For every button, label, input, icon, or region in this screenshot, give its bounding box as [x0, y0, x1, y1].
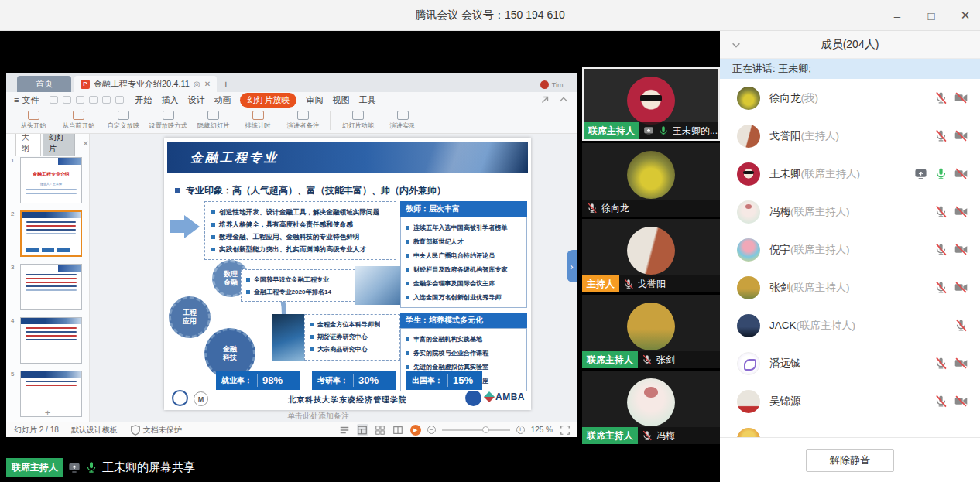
minimize-button[interactable]: – [890, 9, 904, 22]
video-tile-xuxianglong[interactable]: 徐向龙 [582, 143, 720, 217]
camera-off-icon[interactable] [954, 357, 968, 370]
notes-placeholder[interactable]: 单击此处添加备注 [287, 411, 349, 422]
save-icon[interactable] [63, 96, 71, 104]
speaker-notes-button[interactable]: 演讲者备注 [280, 111, 325, 131]
open-icon[interactable] [50, 96, 58, 104]
camera-off-icon[interactable] [954, 395, 968, 408]
menu-design[interactable]: 设计 [187, 94, 204, 106]
mic-muted-icon[interactable] [934, 357, 947, 370]
print-preview-icon[interactable] [89, 96, 98, 104]
custom-show-button[interactable]: 自定义放映 [101, 111, 146, 131]
menu-file[interactable]: ≡ 文件 [14, 94, 39, 106]
mic-muted-icon[interactable] [954, 319, 968, 332]
mic-muted-icon[interactable] [934, 243, 947, 256]
mic-muted-icon[interactable] [934, 281, 947, 294]
mic-muted-icon[interactable] [934, 205, 947, 218]
member-name: 冯梅 [769, 205, 790, 219]
zoom-out-button[interactable]: − [427, 426, 436, 434]
setup-show-button[interactable]: 设置放映方式 [146, 111, 190, 131]
thumbnail-content [26, 339, 77, 340]
menu-insert[interactable]: 插入 [161, 94, 178, 106]
hide-slide-button[interactable]: 隐藏幻灯片 [190, 111, 235, 131]
camera-off-icon[interactable] [954, 243, 968, 256]
play-from-beginning-button[interactable]: 从头开始 [11, 111, 56, 131]
menu-animation[interactable]: 动画 [214, 94, 231, 106]
menu-home[interactable]: 开始 [135, 94, 152, 106]
menu-tools[interactable]: 工具 [358, 94, 375, 106]
pin-tab-icon[interactable]: ◎ [194, 80, 200, 88]
camera-off-icon[interactable] [954, 129, 968, 142]
zoom-in-button[interactable]: + [516, 426, 525, 434]
slideshow-play-button[interactable]: ▶ [410, 425, 421, 436]
member-row[interactable]: 徐向龙(我) [720, 79, 980, 117]
menu-slideshow[interactable]: 幻灯片放映 [240, 93, 296, 108]
design-template[interactable]: 默认设计模板 [71, 425, 118, 436]
hide-slide-icon [207, 111, 219, 120]
wps-document-tab[interactable]: P 金融工程专业介绍20.4.11 ◎ ✕ [74, 76, 217, 92]
camera-off-icon[interactable] [954, 167, 968, 180]
member-row[interactable]: 戈誉阳(主持人) [720, 117, 980, 155]
zoom-slider-handle[interactable] [482, 426, 489, 433]
close-panel-icon[interactable]: ✕ [83, 139, 89, 148]
slide-thumbnail-3[interactable] [20, 264, 82, 310]
wps-account[interactable]: Tim... [540, 80, 569, 89]
member-row-partial[interactable] [720, 420, 980, 437]
members-title: 成员(204人) [720, 38, 980, 52]
print-icon[interactable] [76, 96, 84, 104]
collapse-panel-icon[interactable] [731, 39, 742, 50]
menu-review[interactable]: 审阅 [306, 94, 323, 106]
mic-muted-icon[interactable] [934, 395, 947, 408]
lecture-record-button[interactable]: 演讲实录 [380, 111, 425, 131]
redo-icon[interactable] [115, 96, 124, 104]
panel-expander-arrow[interactable]: › [567, 250, 577, 282]
member-row[interactable]: 张剑(联席主持人) [720, 268, 980, 306]
collapse-ribbon-icon[interactable] [558, 94, 569, 105]
notes-toggle-icon[interactable] [339, 424, 351, 436]
wps-home-tab[interactable]: 首页 [17, 76, 71, 92]
mic-muted-icon[interactable] [934, 91, 947, 104]
video-tile-geyuyang[interactable]: 主持人 戈誉阳 [582, 219, 720, 292]
current-slide[interactable]: 金融工程专业 专业印象：高（人气超高）、富（技能丰富）、帅（内外兼帅） 创造性地… [164, 138, 531, 410]
reading-view-icon[interactable] [392, 424, 404, 436]
slide-tools-button[interactable]: 幻灯片功能 [335, 111, 380, 131]
member-row[interactable]: 王未卿(联席主持人) [720, 155, 980, 193]
zoom-slider[interactable] [442, 429, 510, 431]
slide-sorter-icon[interactable] [375, 424, 386, 436]
fullscreen-icon[interactable] [559, 424, 571, 436]
camera-off-icon[interactable] [954, 205, 968, 218]
video-tile-zhangjian[interactable]: 联席主持人 张剑 [582, 295, 720, 368]
slide-thumbnail-1[interactable]: 金融工程专业介绍 报告人：王未卿 [20, 157, 82, 203]
undo-icon[interactable] [102, 96, 111, 104]
mic-on-icon[interactable] [934, 167, 947, 180]
camera-off-icon[interactable] [954, 91, 968, 104]
slide-thumbnail-2-current[interactable] [20, 210, 82, 257]
unmute-button[interactable]: 解除静音 [806, 449, 894, 472]
close-button[interactable]: ✕ [958, 9, 972, 22]
menu-view[interactable]: 视图 [332, 94, 349, 106]
cohost-badge: 联席主持人 [582, 427, 638, 444]
slide-thumbnail-4[interactable] [20, 317, 82, 364]
video-tile-wangweiqing[interactable]: 联席主持人 王未卿的... [582, 67, 720, 141]
mic-muted-icon[interactable] [934, 129, 947, 142]
video-tile-fengmei[interactable]: 联席主持人 冯梅 [582, 371, 720, 444]
new-tab-button[interactable]: + [223, 78, 229, 90]
close-tab-icon[interactable]: ✕ [204, 80, 211, 88]
member-row[interactable]: 吴锦源 [720, 382, 980, 420]
tab-outline[interactable]: 大纲 [15, 134, 41, 156]
tab-slides[interactable]: 幻灯片 [43, 134, 75, 156]
member-row[interactable]: JACK(联席主持人) [720, 306, 980, 344]
document-protection[interactable]: 文档未保护 [130, 425, 182, 436]
member-row[interactable]: 倪宇(联席主持人) [720, 231, 980, 268]
camera-off-icon[interactable] [954, 281, 968, 294]
slide-thumbnail-5[interactable] [20, 371, 82, 417]
play-from-current-button[interactable]: 从当前开始 [56, 111, 101, 131]
screen-share-icon[interactable] [914, 167, 927, 180]
member-row[interactable]: 冯梅(联席主持人) [720, 193, 980, 231]
member-row[interactable]: 潘远铖 [720, 344, 980, 382]
maximize-button[interactable]: □ [924, 9, 938, 22]
new-slide-button[interactable]: + [45, 407, 51, 419]
rehearse-timings-button[interactable]: 排练计时 [235, 111, 280, 131]
share-doc-icon[interactable] [540, 94, 550, 105]
normal-view-icon[interactable] [357, 424, 368, 436]
features-box: 创造性地开发、设计金融工具，解决金融领域实际问题 培养人格健全，具有高度社会责任… [204, 201, 396, 260]
